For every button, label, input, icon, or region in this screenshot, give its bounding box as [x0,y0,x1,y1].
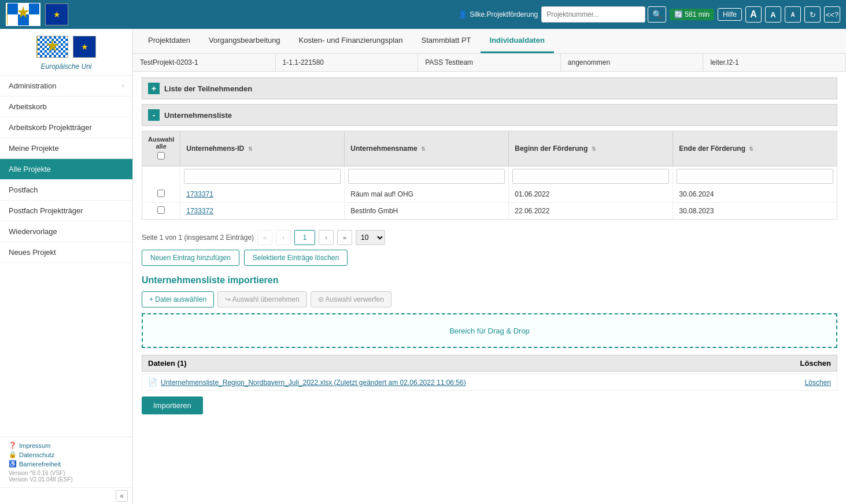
unternehmen-title: Unternehmensliste [164,111,232,120]
sidebar-item-meine-projekte[interactable]: Meine Projekte [0,138,132,159]
barrierefreiheit-icon: ♿ [9,460,17,468]
filter-input-ende[interactable] [677,169,833,184]
sort-icon-name: ⇅ [421,146,426,152]
sort-icon-beginn: ⇅ [592,146,596,152]
tab-kosten-finanzierungsplan[interactable]: Kosten- und Finanzierungsplan [290,29,412,53]
col-header-ende[interactable]: Ende der Förderung ⇅ [673,131,837,166]
filter-row [142,166,837,187]
pagination-prev[interactable]: ‹ [276,230,291,245]
delete-selected-button[interactable]: Selektierte Einträge löschen [244,250,348,266]
breadcrumb-project-id: TestProjekt-0203-1 [133,54,276,71]
tab-vorgangsbearbeitung[interactable]: Vorgangsbearbeitung [200,29,290,53]
row-ende-cell: 30.08.2023 [673,203,837,220]
import-title: Unternehmensliste importieren [142,275,837,286]
font-large-button[interactable]: A [745,6,762,23]
sidebar-logo-area: ★ Europäische Uni [0,29,132,76]
filter-input-beginn[interactable] [512,169,669,184]
files-delete-header: Löschen [800,359,831,368]
table-header-row: Auswahlalle Unternehmens-ID ⇅ Unternehme… [142,131,837,166]
select-all-checkbox[interactable] [157,152,165,160]
help-button[interactable]: Hilfe [718,8,742,21]
svg-rect-1 [8,3,18,14]
sidebar-collapse-area: « [0,487,132,504]
footer-link-impressum[interactable]: ❓Impressum [9,442,124,449]
sidebar-logo-text: Europäische Uni [5,62,128,71]
row-checkbox-cell [142,203,180,220]
pagination-next[interactable]: › [319,230,334,245]
file-info: 📄 Unternehmensliste_Region_Nordbayern_Ju… [148,378,466,387]
svg-rect-3 [29,3,39,14]
breadcrumb-row: TestProjekt-0203-1 1-1.1-221580 PASS Tes… [133,54,846,72]
sidebar-item-arbeitskorb[interactable]: Arbeitskorb [0,97,132,117]
sidebar-item-label: Arbeitskorb Projektträger [9,123,92,132]
filter-cell-beginn [509,166,673,187]
sidebar-item-label: Administration [9,81,56,90]
content-area: ProjektdatenVorgangsbearbeitungKosten- u… [133,29,846,504]
tab-stammblatt-pt[interactable]: Stammblatt PT [412,29,481,53]
pagination-row: Seite 1 von 1 (insgesamt 2 Einträge) « ‹… [142,225,837,250]
search-input[interactable] [541,6,645,23]
sidebar-nav: Administration›ArbeitskorbArbeitskorb Pr… [0,76,132,436]
apply-selection-button: ↪ Auswahl übernehmen [217,291,307,307]
unternehmen-section-header[interactable]: - Unternehmensliste [142,104,837,126]
footer-link-datenschutz[interactable]: 🔒Datenschutz [9,451,124,458]
nav-icon-button[interactable]: <<? [824,6,840,23]
filter-input-name[interactable] [348,169,505,184]
sidebar-item-alle-projekte[interactable]: Alle Projekte [0,159,132,180]
sidebar-item-administration[interactable]: Administration› [0,76,132,97]
pagination-last[interactable]: » [337,230,352,245]
row-checkbox-1733372[interactable] [157,206,165,214]
footer-link-barrierefreiheit[interactable]: ♿Barrierefreiheit [9,460,124,468]
col-header-beginn[interactable]: Beginn der Förderung ⇅ [509,131,673,166]
teilnehmende-section-header[interactable]: + Liste der Teilnehmenden [142,77,837,99]
main-content: + Liste der Teilnehmenden - Unternehmens… [133,72,846,504]
sidebar-item-postfach-projekttraeger[interactable]: Postfach Projektträger [0,201,132,221]
table-row: 1733371 Räum mal auf! OHG 01.06.2022 30.… [142,186,837,203]
filter-input-id[interactable] [184,169,341,184]
row-id-link-1733371[interactable]: 1733371 [186,190,213,198]
font-medium-button[interactable]: A [765,6,781,23]
user-icon: 👤 [459,10,467,18]
tab-projektdaten[interactable]: Projektdaten [139,29,200,53]
unternehmen-toggle[interactable]: - [148,109,160,121]
username: Silke.Projektförderung [470,10,538,18]
pagination-info: Seite 1 von 1 (insgesamt 2 Einträge) [142,234,254,242]
file-delete-link[interactable]: Löschen [805,379,831,387]
drag-drop-area[interactable]: Bereich für Drag & Drop [142,313,837,348]
sidebar-collapse-button[interactable]: « [116,490,128,502]
font-small-button[interactable]: A [785,6,801,23]
main-layout: ★ Europäische Uni Administration›Arbeits… [0,29,846,504]
filter-cell-name [345,166,509,187]
tab-individualdaten[interactable]: Individualdaten [481,29,554,53]
sidebar-item-label: Postfach Projektträger [9,206,83,215]
search-button[interactable]: 🔍 [648,6,666,23]
col-header-unternehmens-id[interactable]: Unternehmens-ID ⇅ [180,131,345,166]
pagination-page-input[interactable] [294,230,315,245]
import-button[interactable]: Importieren [142,396,203,414]
row-checkbox-1733371[interactable] [157,190,165,197]
sidebar-item-arbeitskorb-projekttraeger[interactable]: Arbeitskorb Projektträger [0,117,132,138]
row-id-link-1733372[interactable]: 1733372 [186,207,213,215]
select-file-button[interactable]: + Datei auswählen [142,291,214,307]
filter-cell-ende [673,166,837,187]
sidebar-item-postfach[interactable]: Postfach [0,180,132,201]
version-info: Version ^8.0.16 (VSF)Version V2.01.048 (… [9,470,124,483]
filter-cell-id [180,166,345,187]
col-header-unternehmensname[interactable]: Unternehmensname ⇅ [345,131,509,166]
tab-bar: ProjektdatenVorgangsbearbeitungKosten- u… [133,29,846,54]
sidebar-item-wiedervorlage[interactable]: Wiedervorlage [0,221,132,242]
add-entry-button[interactable]: Neuen Eintrag hinzufügen [142,250,239,266]
import-section: Unternehmensliste importieren + Datei au… [142,275,837,414]
search-box: 🔍 [541,6,666,23]
impressum-icon: ❓ [9,442,17,449]
pagination-page-size[interactable]: 10 25 50 100 [356,230,385,245]
pagination-first[interactable]: « [257,230,272,245]
eu-logo: ★ [45,3,68,25]
refresh-button[interactable]: ↻ [804,6,821,23]
teilnehmende-toggle[interactable]: + [148,83,160,94]
file-link[interactable]: Unternehmensliste_Region_Nordbayern_Juli… [161,379,466,387]
teilnehmende-title: Liste der Teilnehmenden [164,84,252,93]
user-info: 👤 Silke.Projektförderung [459,10,538,18]
sidebar-item-neues-projekt[interactable]: Neues Projekt [0,242,132,263]
sidebar: ★ Europäische Uni Administration›Arbeits… [0,29,133,504]
